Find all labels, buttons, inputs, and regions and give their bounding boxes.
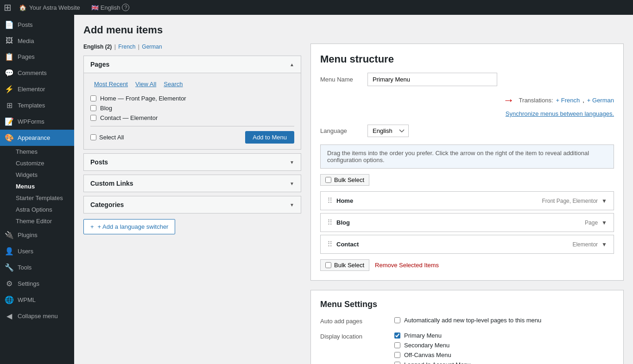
sidebar-item-wpml[interactable]: 🌐 WPML: [0, 292, 74, 308]
chevron-up-icon: ▲: [290, 62, 294, 67]
home-item-chevron[interactable]: ▼: [601, 198, 607, 204]
sidebar-sub-astra[interactable]: Astra Options: [0, 204, 74, 215]
page-item-blog: Blog: [90, 105, 294, 112]
auto-add-label[interactable]: Automatically add new top-level pages to…: [394, 317, 614, 324]
menu-item-contact: ⠿ Contact Elementor ▼: [320, 235, 614, 254]
posts-accordion: Posts ▼: [83, 153, 301, 171]
contact-item-chevron[interactable]: ▼: [601, 241, 607, 248]
location-off-canvas-checkbox[interactable]: [394, 352, 400, 358]
custom-links-accordion-header[interactable]: Custom Links ▼: [84, 175, 301, 192]
remove-selected-button[interactable]: Remove Selected Items: [375, 262, 439, 269]
lang-tab-french[interactable]: French: [118, 44, 135, 50]
flag-icon: 🇬🇧: [91, 4, 99, 11]
sidebar-item-templates[interactable]: ⊞ Templates: [0, 97, 74, 113]
location-logged-in-checkbox[interactable]: [394, 362, 400, 364]
drag-handle-home[interactable]: ⠿: [327, 196, 333, 205]
menu-name-row: Menu Name: [320, 73, 614, 86]
pages-accordion-header[interactable]: Pages ▲: [84, 56, 301, 73]
bottom-bulk-row: Bulk Select Remove Selected Items: [320, 259, 614, 271]
custom-links-accordion: Custom Links ▼: [83, 175, 301, 192]
users-icon: 👤: [5, 247, 14, 256]
bulk-select-top-row: Bulk Select: [320, 174, 614, 186]
lang-tab-english[interactable]: English (2): [83, 44, 112, 50]
pages-tabs: Most Recent View All Search: [90, 79, 294, 89]
wp-logo-icon: ⊞: [4, 2, 12, 13]
select-all-label: Select All: [90, 134, 124, 141]
sidebar-sub-themes[interactable]: Themes: [0, 146, 74, 157]
add-language-switcher-button[interactable]: + + Add a language switcher: [83, 219, 175, 234]
admin-bar: ⊞ 🏠 Your Astra Website 🇬🇧 English ?: [0, 0, 633, 15]
collapse-icon: ◀: [5, 312, 14, 320]
categories-chevron-icon: ▼: [290, 202, 294, 207]
lang-tab-german[interactable]: German: [142, 44, 162, 50]
posts-accordion-header[interactable]: Posts ▼: [84, 154, 301, 170]
location-off-canvas[interactable]: Off-Canvas Menu: [394, 351, 614, 358]
translation-german-link[interactable]: + German: [587, 97, 614, 104]
menu-settings-title: Menu Settings: [320, 300, 614, 309]
sidebar-item-users[interactable]: 👤 Users: [0, 243, 74, 259]
language-select[interactable]: English French German: [367, 125, 409, 137]
sidebar-item-comments[interactable]: 💬 Comments: [0, 65, 74, 81]
sidebar-item-media[interactable]: 🖼 Media: [0, 33, 74, 49]
bulk-select-top-label[interactable]: Bulk Select: [320, 174, 369, 186]
pages-accordion-body: Most Recent View All Search Home — Front…: [84, 73, 301, 149]
sidebar-item-elementor[interactable]: ⚡ Elementor: [0, 81, 74, 97]
sidebar-item-appearance[interactable]: 🎨 Appearance →: [0, 130, 74, 146]
sidebar-item-posts[interactable]: 📄 Posts: [0, 17, 74, 33]
plus-icon: +: [90, 223, 94, 230]
sidebar-item-collapse[interactable]: ◀ Collapse menu: [0, 308, 74, 324]
sidebar-sub-customize[interactable]: Customize: [0, 157, 74, 169]
sidebar-item-settings[interactable]: ⚙ Settings: [0, 276, 74, 292]
translation-french-link[interactable]: + French: [556, 97, 580, 104]
page-item-contact: Contact — Elementor: [90, 114, 294, 121]
sidebar-item-tools[interactable]: 🔧 Tools: [0, 259, 74, 276]
sync-link[interactable]: Synchronize menus between languages.: [506, 110, 614, 117]
translations-row: → Translations: + French , + German: [320, 94, 614, 107]
drag-handle-blog[interactable]: ⠿: [327, 218, 333, 227]
location-primary-checkbox[interactable]: [394, 333, 400, 339]
categories-accordion-header[interactable]: Categories ▼: [84, 196, 301, 213]
page-checkbox-blog[interactable]: [90, 105, 96, 111]
location-primary[interactable]: Primary Menu: [394, 332, 614, 339]
display-locations: Primary Menu Secondary Menu Off-Canvas M…: [394, 332, 614, 364]
drag-handle-contact[interactable]: ⠿: [327, 240, 333, 249]
sidebar: 📄 Posts 🖼 Media 📋 Pages 💬 Comments ⚡ Ele…: [0, 15, 74, 364]
sidebar-sub-starter[interactable]: Starter Templates: [0, 192, 74, 204]
sidebar-sub-widgets[interactable]: Widgets: [0, 169, 74, 181]
location-secondary[interactable]: Secondary Menu: [394, 342, 614, 349]
bulk-select-bottom-checkbox[interactable]: [325, 262, 331, 268]
templates-icon: ⊞: [5, 101, 14, 110]
sidebar-item-pages[interactable]: 📋 Pages: [0, 49, 74, 65]
menu-structure-title: Menu structure: [320, 53, 614, 65]
sidebar-sub-theme-editor[interactable]: Theme Editor: [0, 215, 74, 227]
posts-icon: 📄: [5, 20, 14, 29]
tab-view-all[interactable]: View All: [132, 79, 160, 89]
page-checkbox-home[interactable]: [90, 95, 96, 101]
location-logged-in[interactable]: Logged In Account Menu: [394, 361, 614, 364]
menu-name-input[interactable]: [367, 73, 497, 86]
tab-search[interactable]: Search: [160, 79, 186, 89]
tools-icon: 🔧: [5, 263, 14, 272]
custom-links-chevron-icon: ▼: [290, 181, 294, 186]
blog-item-chevron[interactable]: ▼: [601, 220, 607, 226]
page-checkbox-contact[interactable]: [90, 115, 96, 121]
bulk-select-bottom-label[interactable]: Bulk Select: [320, 259, 369, 271]
select-all-checkbox[interactable]: [90, 134, 96, 140]
language-indicator: 🇬🇧 English ?: [91, 4, 130, 11]
pages-accordion: Pages ▲ Most Recent View All Search: [83, 56, 301, 150]
bulk-select-top-checkbox[interactable]: [325, 177, 331, 183]
help-icon: ?: [122, 4, 129, 11]
posts-chevron-icon: ▼: [290, 160, 294, 165]
left-column: English (2) | French | German Pages ▲: [83, 44, 301, 364]
site-name[interactable]: 🏠 Your Astra Website: [19, 4, 80, 11]
sidebar-sub-menus[interactable]: Menus: [0, 181, 74, 192]
sidebar-item-wpforms[interactable]: 📝 WPForms: [0, 113, 74, 130]
display-location-row: Display location Primary Menu Secondary …: [320, 332, 614, 364]
language-row: Language English French German: [320, 125, 614, 137]
location-secondary-checkbox[interactable]: [394, 342, 400, 348]
tab-most-recent[interactable]: Most Recent: [90, 79, 132, 89]
content-area: Add menu items English (2) | French | Ge…: [74, 15, 633, 364]
add-to-menu-button[interactable]: Add to Menu: [245, 131, 294, 144]
auto-add-checkbox[interactable]: [394, 317, 400, 323]
sidebar-item-plugins[interactable]: 🔌 Plugins: [0, 227, 74, 243]
